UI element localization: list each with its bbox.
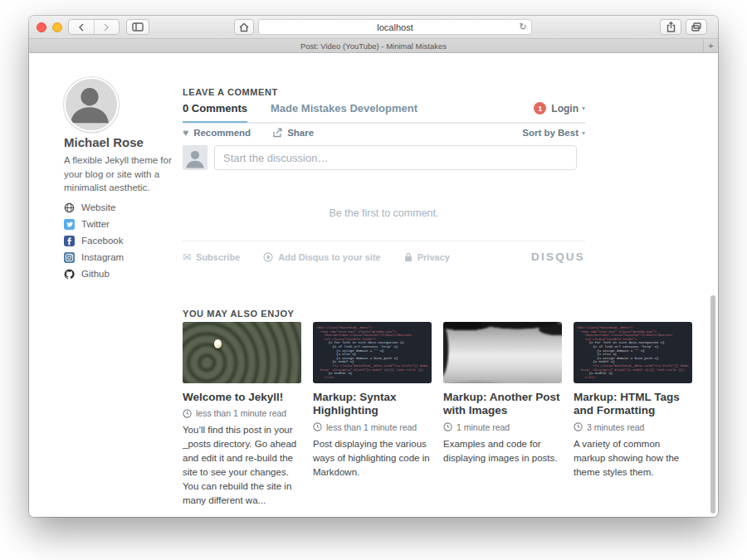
minimize-window-button[interactable]: [52, 22, 62, 32]
sidebar-toggle-button[interactable]: [126, 19, 149, 35]
post-meta: 3 minutes read: [574, 422, 692, 432]
disqus-logo[interactable]: DISQUS: [531, 251, 585, 263]
disqus-tabs: 0 Comments Made Mistakes Development 1 L…: [183, 102, 585, 124]
url-text[interactable]: localhost: [276, 22, 515, 32]
post-meta: 1 minute read: [443, 422, 562, 432]
active-tab[interactable]: Post: Video (YouTube) - Minimal Mistakes: [300, 41, 447, 51]
back-button[interactable]: [69, 20, 95, 34]
composer-avatar: [183, 145, 208, 170]
sidebar-link-twitter[interactable]: Twitter: [64, 216, 180, 232]
safari-window: localhost ↻ Post: Video (YouTube) - Mini…: [29, 16, 718, 517]
sort-by-dropdown[interactable]: Sort by Best ▾: [522, 128, 585, 138]
egg-highlight: [214, 339, 222, 348]
new-tab-button[interactable]: +: [703, 39, 718, 51]
github-icon: [64, 269, 75, 280]
sidebar-link-label: Twitter: [81, 219, 110, 229]
notification-badge: 1: [534, 102, 546, 114]
disqus-actions-row: ♥ Recommend Share Sort by Best ▾: [183, 128, 585, 138]
comment-input[interactable]: [214, 145, 577, 170]
disqus-d-icon: [263, 252, 273, 262]
post-title[interactable]: Markup: Another Post with Images: [443, 391, 562, 418]
instagram-icon: [64, 252, 75, 263]
chevron-left-icon: [78, 23, 85, 32]
divider: [183, 241, 585, 241]
related-post-card[interactable]: Welcome to Jekyll! less than 1 minute re…: [183, 322, 301, 508]
post-title[interactable]: Markup: Syntax Highlighting: [313, 391, 432, 418]
add-disqus-button[interactable]: Add Disqus to your site: [263, 252, 380, 262]
read-time: less than 1 minute read: [326, 422, 417, 432]
sidebar-link-label: Github: [81, 269, 110, 279]
recommend-label: Recommend: [193, 128, 251, 138]
chevron-down-icon: ▾: [582, 105, 585, 112]
person-silhouette-icon: [66, 79, 114, 127]
author-links: Website Twitter Facebook: [64, 199, 180, 282]
twitter-icon: [64, 219, 75, 230]
reload-icon[interactable]: ↻: [515, 22, 531, 32]
sidebar-link-website[interactable]: Website: [64, 199, 180, 216]
close-window-button[interactable]: [37, 22, 46, 32]
author-avatar: [64, 77, 119, 132]
post-excerpt: A variety of common markup showing how t…: [574, 437, 692, 480]
read-time: 1 minute read: [456, 422, 510, 432]
add-disqus-label: Add Disqus to your site: [278, 252, 380, 262]
author-name: Michael Rose: [64, 135, 144, 149]
related-post-card[interactable]: Markup: Another Post with Images 1 minut…: [443, 322, 562, 508]
sidebar-link-label: Website: [81, 202, 115, 212]
home-button[interactable]: [234, 19, 254, 35]
envelope-icon: ✉: [183, 252, 191, 262]
history-nav-group: [68, 19, 120, 35]
forward-button[interactable]: [95, 20, 120, 34]
sidebar-link-instagram[interactable]: Instagram: [64, 249, 180, 265]
login-button[interactable]: 1 Login ▾: [534, 102, 585, 114]
post-title[interactable]: Welcome to Jekyll!: [183, 391, 301, 404]
author-bio: A flexible Jekyll theme for your blog or…: [64, 153, 182, 195]
post-meta: less than 1 minute read: [183, 408, 301, 418]
read-time: 3 minutes read: [587, 422, 644, 432]
address-bar[interactable]: localhost ↻: [258, 19, 532, 35]
related-post-card[interactable]: <div class="masthead__menu"> <nav id="si…: [574, 322, 692, 508]
sidebar-link-facebook[interactable]: Facebook: [64, 232, 180, 249]
share-thread-button[interactable]: Share: [272, 128, 314, 138]
clock-icon: [443, 422, 452, 431]
post-thumbnail-code: <div class="masthead__menu"> <nav id="si…: [313, 322, 432, 383]
disqus-footer: ✉ Subscribe Add Disqus to your site Pr: [183, 251, 585, 263]
related-post-card[interactable]: <div class="masthead__menu"> <nav id="si…: [313, 322, 432, 508]
login-label: Login: [551, 103, 579, 114]
subscribe-button[interactable]: ✉ Subscribe: [183, 252, 240, 262]
person-silhouette-icon: [183, 145, 208, 170]
clock-icon: [574, 422, 583, 431]
browser-toolbar: localhost ↻: [29, 16, 718, 39]
sidebar-link-label: Facebook: [81, 236, 124, 246]
tab-community[interactable]: Made Mistakes Development: [271, 102, 417, 114]
post-thumbnail-green-foam: [183, 322, 301, 383]
scrollbar-thumb[interactable]: [710, 295, 715, 514]
home-icon: [239, 22, 249, 32]
tab-comment-count[interactable]: 0 Comments: [183, 102, 247, 121]
tab-overview-button[interactable]: [686, 19, 707, 35]
post-excerpt: You’ll find this post in your _posts dir…: [183, 423, 301, 507]
sort-label: Sort by Best: [522, 128, 579, 138]
sidebar-link-github[interactable]: Github: [64, 265, 180, 282]
tab-bar: Post: Video (YouTube) - Minimal Mistakes…: [29, 39, 718, 53]
related-posts-heading: YOU MAY ALSO ENJOY: [183, 309, 294, 319]
sidebar-panel-icon: [132, 22, 144, 32]
subscribe-label: Subscribe: [196, 252, 240, 262]
privacy-button[interactable]: Privacy: [404, 252, 450, 262]
share-arrow-icon: [272, 128, 282, 138]
share-label: Share: [287, 128, 314, 138]
share-button[interactable]: [660, 19, 681, 35]
related-posts-grid: Welcome to Jekyll! less than 1 minute re…: [183, 322, 693, 508]
post-thumbnail-code: <div class="masthead__menu"> <nav id="si…: [574, 322, 692, 383]
privacy-label: Privacy: [417, 252, 450, 262]
globe-icon: [64, 202, 75, 213]
read-time: less than 1 minute read: [196, 408, 286, 418]
post-title[interactable]: Markup: HTML Tags and Formatting: [574, 391, 692, 418]
facebook-icon: [64, 236, 75, 246]
empty-comments-message: Be the first to comment.: [183, 207, 585, 219]
tabs-overview-icon: [691, 22, 701, 32]
comment-composer: [183, 145, 585, 170]
page-content: Michael Rose A flexible Jekyll theme for…: [29, 53, 718, 517]
comments-heading: LEAVE A COMMENT: [183, 87, 278, 97]
recommend-button[interactable]: ♥ Recommend: [183, 128, 251, 138]
share-icon: [666, 22, 676, 32]
